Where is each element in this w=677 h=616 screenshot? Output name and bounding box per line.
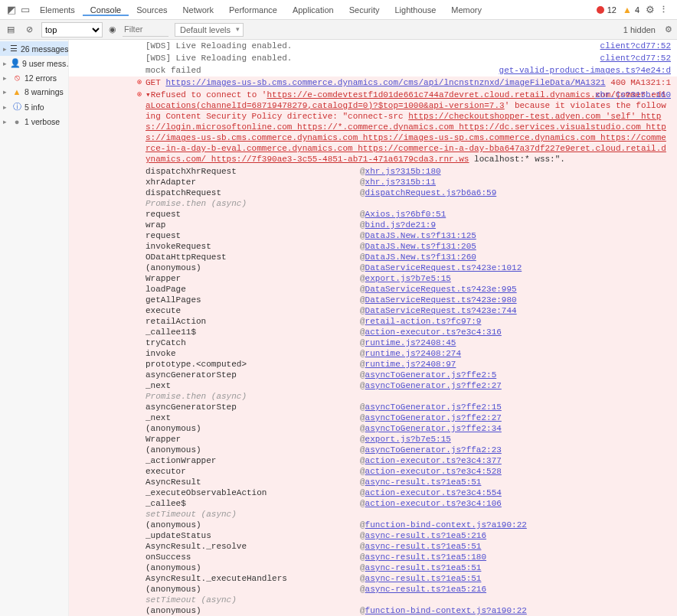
stack-location-link[interactable]: function-bind-context.js?a190:22 — [365, 520, 527, 530]
at-symbol: @ — [360, 284, 365, 295]
settings-gear-icon[interactable]: ⚙ — [646, 4, 655, 15]
hidden-count[interactable]: 1 hidden — [623, 25, 659, 34]
console-row: [WDS] Live Reloading enabled.client?cd77… — [69, 40, 677, 52]
stack-location-link[interactable]: export.js?b7e5:15 — [365, 435, 451, 444]
at-symbol: @ — [360, 412, 365, 423]
stack-frame: (anonymous)@ async-result.ts?1ea5:216 — [69, 584, 671, 595]
stack-location-link[interactable]: DataJS.New.ts?f131:205 — [365, 242, 476, 251]
stack-location-link[interactable]: xhr.js?315b:11 — [365, 178, 436, 187]
stack-location-link[interactable]: action-executor.ts?e3c4:316 — [365, 328, 502, 337]
stack-location-link[interactable]: DataServiceRequest.ts?423e:744 — [365, 306, 517, 315]
devtools-tabs: ◩ ▭ ElementsConsoleSourcesNetworkPerform… — [0, 0, 677, 20]
clear-console-icon[interactable]: ⊘ — [23, 24, 35, 34]
stack-location-link[interactable]: asyncToGenerator.js?ffe2:27 — [365, 413, 502, 422]
stack-location-link[interactable]: action-executor.ts?e3c4:377 — [365, 456, 502, 465]
stack-frame: (anonymous)@ function-bind-context.js?a1… — [69, 605, 671, 616]
sidebar-item[interactable]: ▸●1 verbose — [0, 115, 68, 129]
stack-function: (anonymous) — [146, 423, 360, 434]
stack-location-link[interactable]: asyncToGenerator.js?ffe2:5 — [365, 370, 497, 380]
stack-location-link[interactable]: runtime.js?2408:97 — [365, 360, 456, 369]
source-link[interactable]: client?cd77:52 — [600, 53, 671, 64]
tab-network[interactable]: Network — [175, 5, 221, 15]
stack-location-link[interactable]: async-result.ts?1ea5:216 — [365, 585, 486, 594]
at-symbol: @ — [360, 273, 365, 284]
device-icon[interactable]: ▭ — [18, 4, 32, 15]
stack-location-link[interactable]: async-result.ts?1ea5:216 — [365, 531, 486, 540]
tab-application[interactable]: Application — [285, 5, 342, 15]
toggle-sidebar-icon[interactable]: ▤ — [5, 24, 17, 34]
stack-location-link[interactable]: bind.js?de21:9 — [365, 220, 436, 230]
stack-location-link[interactable]: asyncToGenerator.js?ffe2:15 — [365, 403, 502, 412]
more-menu-icon[interactable]: ⋮ — [655, 5, 672, 15]
stack-frame: (anonymous)@ asyncToGenerator.js?ffe2:34 — [69, 423, 671, 434]
stack-location-link[interactable]: runtime.js?2408:274 — [365, 349, 461, 358]
sidebar-icon: ● — [12, 117, 21, 126]
stack-location-link[interactable]: async-result.ts?1ea5:180 — [365, 552, 486, 562]
stack-frame: _updateStatus@ async-result.ts?1ea5:216 — [69, 530, 671, 541]
disclosure-triangle-icon[interactable]: ▾ — [146, 90, 151, 99]
stack-location-link[interactable]: export.js?b7e5:15 — [365, 274, 451, 283]
stack-frame: executor@ action-executor.ts?e3c4:528 — [69, 466, 671, 477]
stack-function: AsyncResult._executeHandlers — [146, 573, 360, 584]
console-row: mock failedget-valid-product-images.ts?4… — [69, 64, 677, 77]
stack-location-link[interactable]: action-executor.ts?e3c4:106 — [365, 499, 502, 508]
tab-lighthouse[interactable]: Lighthouse — [387, 5, 443, 15]
stack-location-link[interactable]: asyncToGenerator.js?ffe2:27 — [365, 381, 502, 390]
error-count-badge[interactable]: 12 — [597, 5, 616, 15]
tab-memory[interactable]: Memory — [443, 5, 489, 15]
source-link[interactable]: get-valid-product-images.ts?4e24:d — [499, 65, 671, 76]
at-symbol: @ — [360, 552, 365, 562]
sidebar-item[interactable]: ▸⦸12 errors — [0, 70, 68, 85]
tab-sources[interactable]: Sources — [129, 5, 175, 15]
stack-location-link[interactable]: DataServiceRequest.ts?423e:995 — [365, 285, 517, 294]
sidebar-item[interactable]: ▸ⓘ5 info — [0, 99, 68, 115]
source-link[interactable]: xhr.js?315b:160 — [595, 90, 671, 100]
sidebar-item[interactable]: ▸👤9 user mess… — [0, 56, 68, 70]
expand-icon: ▸ — [3, 88, 9, 96]
tab-elements[interactable]: Elements — [32, 5, 83, 15]
at-symbol: @ — [360, 295, 365, 305]
sidebar-item[interactable]: ▸☰26 messages — [0, 41, 68, 56]
stack-location-link[interactable]: async-result.ts?1ea5:51 — [365, 477, 482, 487]
stack-location-link[interactable]: async-result.ts?1ea5:51 — [365, 563, 482, 572]
filter-input[interactable] — [123, 23, 168, 37]
tab-performance[interactable]: Performance — [221, 5, 285, 15]
stack-function: _actionWrapper — [146, 455, 360, 466]
csp-text: localhost:* wss:". — [469, 155, 564, 164]
stack-location-link[interactable]: action-executor.ts?e3c4:528 — [365, 467, 502, 476]
stack-trace: dispatchXhrRequest@ xhr.js?315b:180xhrAd… — [69, 165, 677, 616]
log-levels-dropdown[interactable]: Default levels — [175, 23, 244, 37]
sidebar-item[interactable]: ▸▲8 warnings — [0, 85, 68, 99]
stack-function: loadPage — [146, 284, 360, 295]
tab-console[interactable]: Console — [83, 5, 129, 16]
stack-location-link[interactable]: asyncToGenerator.js?ffe2:34 — [365, 424, 502, 433]
sidebar-label: 26 messages — [21, 44, 68, 54]
warning-count-badge[interactable]: ▲ 4 — [623, 5, 639, 15]
stack-location-link[interactable]: async-result.ts?1ea5:51 — [365, 574, 482, 583]
inspect-icon[interactable]: ◩ — [5, 4, 18, 15]
stack-location-link[interactable]: asyncToGenerator.js?ffa2:23 — [365, 445, 502, 455]
stack-location-link[interactable]: Axios.js?6bf0:51 — [365, 210, 446, 219]
stack-location-link[interactable]: dispatchRequest.js?b6a6:59 — [365, 188, 497, 197]
stack-location-link[interactable]: DataJS.New.ts?f131:125 — [365, 231, 476, 240]
at-symbol: @ — [360, 562, 365, 573]
error-icon: ⊗ — [135, 77, 144, 88]
request-url-link[interactable]: https://images-us-sb.cms.commerce.dynami… — [165, 78, 605, 87]
stack-frame: _next@ asyncToGenerator.js?ffe2:27 — [69, 412, 671, 423]
stack-location-link[interactable]: async-result.ts?1ea5:51 — [365, 542, 482, 551]
context-select[interactable]: top — [41, 22, 103, 37]
stack-location-link[interactable]: DataServiceRequest.ts?423e:1012 — [365, 263, 522, 272]
stack-location-link[interactable]: runtime.js?2408:45 — [365, 338, 456, 347]
live-expression-icon[interactable]: ◉ — [109, 24, 116, 34]
stack-location-link[interactable]: xhr.js?315b:180 — [365, 167, 441, 176]
at-symbol: @ — [360, 262, 365, 273]
stack-location-link[interactable]: action-executor.ts?e3c4:554 — [365, 488, 502, 497]
stack-location-link[interactable]: retail-action.ts?fc97:9 — [365, 317, 482, 326]
stack-location-link[interactable]: function-bind-context.js?a190:22 — [365, 606, 527, 615]
tab-security[interactable]: Security — [342, 5, 388, 15]
stack-location-link[interactable]: DataServiceRequest.ts?423e:980 — [365, 295, 517, 305]
source-link[interactable]: client?cd77:52 — [600, 41, 671, 51]
stack-location-link[interactable]: DataJS.New.ts?f131:260 — [365, 253, 476, 262]
console-settings-icon[interactable]: ⚙ — [665, 24, 672, 34]
stack-frame: (anonymous)@ function-bind-context.js?a1… — [69, 520, 671, 530]
